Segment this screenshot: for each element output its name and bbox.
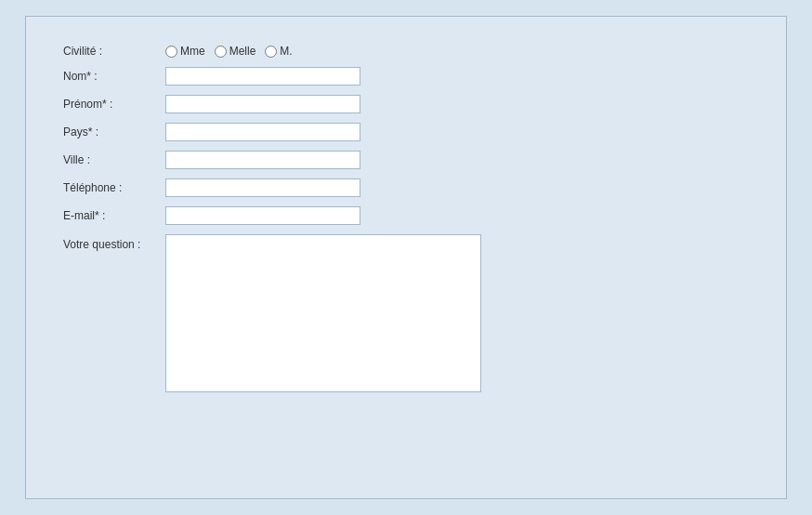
telephone-input[interactable] — [165, 178, 360, 197]
radio-m-text: M. — [280, 45, 292, 58]
radio-mme-label[interactable]: Mme — [165, 45, 205, 58]
radio-melle[interactable] — [215, 46, 227, 58]
radio-mme-text: Mme — [180, 45, 205, 58]
radio-m[interactable] — [265, 46, 277, 58]
civilite-label: Civilité : — [63, 45, 165, 58]
ville-row: Ville : — [63, 151, 749, 169]
prenom-label: Prénom* : — [63, 98, 165, 111]
nom-row: Nom* : — [63, 67, 749, 86]
pays-label: Pays* : — [63, 125, 165, 139]
form-container: Civilité : Mme Melle M. Nom* : Prénom* :… — [25, 16, 787, 499]
nom-input[interactable] — [165, 67, 360, 86]
ville-input[interactable] — [165, 151, 360, 169]
question-textarea[interactable] — [165, 234, 481, 392]
pays-input[interactable] — [165, 123, 360, 141]
prenom-input[interactable] — [165, 95, 360, 113]
civilite-radio-group: Mme Melle M. — [165, 45, 293, 58]
nom-label: Nom* : — [63, 70, 165, 83]
question-label: Votre question : — [63, 234, 165, 251]
prenom-row: Prénom* : — [63, 95, 749, 113]
telephone-row: Téléphone : — [63, 178, 749, 197]
radio-m-label[interactable]: M. — [265, 45, 292, 58]
email-row: E-mail* : — [63, 206, 749, 225]
ville-label: Ville : — [63, 153, 165, 166]
radio-melle-label[interactable]: Melle — [215, 45, 256, 58]
question-row: Votre question : — [63, 234, 749, 392]
pays-row: Pays* : — [63, 123, 749, 141]
email-label: E-mail* : — [63, 209, 165, 222]
telephone-label: Téléphone : — [63, 181, 165, 194]
radio-mme[interactable] — [165, 46, 177, 58]
radio-melle-text: Melle — [229, 45, 256, 58]
email-input[interactable] — [165, 206, 360, 225]
civilite-row: Civilité : Mme Melle M. — [63, 45, 749, 58]
